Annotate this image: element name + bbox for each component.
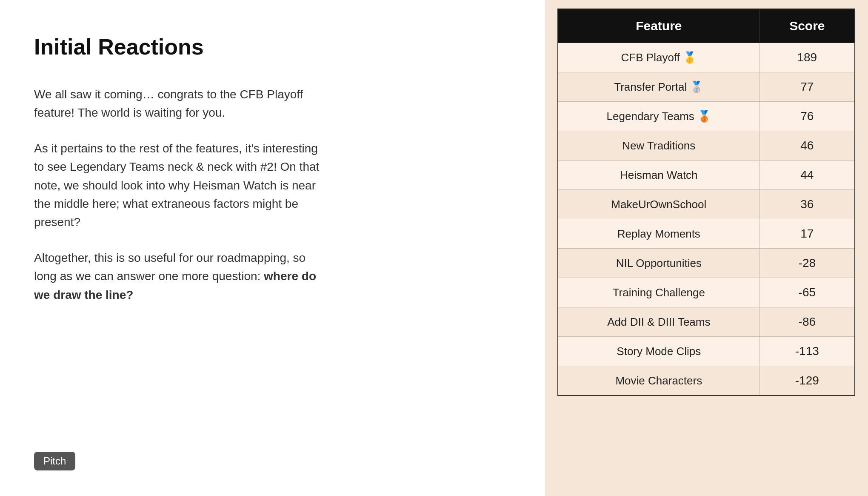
table-row: NIL Opportunities-28 <box>558 249 855 278</box>
score-cell: 36 <box>760 190 855 219</box>
table-row: Add DII & DIII Teams-86 <box>558 307 855 337</box>
pitch-badge[interactable]: Pitch <box>34 452 75 470</box>
page-title: Initial Reactions <box>34 34 515 60</box>
score-cell: -86 <box>760 307 855 337</box>
col-feature-header: Feature <box>558 9 760 43</box>
body-paragraph-1: We all saw it coming… congrats to the CF… <box>34 85 323 122</box>
table-row: Training Challenge-65 <box>558 278 855 307</box>
table-row: Legendary Teams 🥉76 <box>558 102 855 131</box>
col-score-header: Score <box>760 9 855 43</box>
left-panel-inner: Initial Reactions We all saw it coming… … <box>34 26 515 470</box>
right-panel: Feature Score CFB Playoff 🥇189Transfer P… <box>545 0 868 496</box>
feature-cell: CFB Playoff 🥇 <box>558 43 760 72</box>
feature-cell: Transfer Portal 🥈 <box>558 72 760 102</box>
score-cell: 189 <box>760 43 855 72</box>
feature-cell: Add DII & DIII Teams <box>558 307 760 337</box>
score-cell: -28 <box>760 249 855 278</box>
table-row: Replay Moments17 <box>558 219 855 249</box>
feature-cell: MakeUrOwnSchool <box>558 190 760 219</box>
score-cell: -65 <box>760 278 855 307</box>
feature-cell: Story Mode Clips <box>558 337 760 366</box>
score-table: Feature Score CFB Playoff 🥇189Transfer P… <box>557 9 855 396</box>
feature-cell: NIL Opportunities <box>558 249 760 278</box>
table-body: CFB Playoff 🥇189Transfer Portal 🥈77Legen… <box>558 43 855 396</box>
score-cell: 44 <box>760 161 855 190</box>
score-cell: -129 <box>760 366 855 396</box>
body-paragraph-2: As it pertains to the rest of the featur… <box>34 139 323 232</box>
table-header: Feature Score <box>558 9 855 43</box>
table-row: MakeUrOwnSchool36 <box>558 190 855 219</box>
table-row: Heisman Watch44 <box>558 161 855 190</box>
left-panel: Initial Reactions We all saw it coming… … <box>0 0 545 496</box>
page-wrapper: Initial Reactions We all saw it coming… … <box>0 0 868 496</box>
table-row: New Traditions46 <box>558 131 855 161</box>
table-row: Transfer Portal 🥈77 <box>558 72 855 102</box>
score-cell: 77 <box>760 72 855 102</box>
table-row: Movie Characters-129 <box>558 366 855 396</box>
score-cell: -113 <box>760 337 855 366</box>
table-row: CFB Playoff 🥇189 <box>558 43 855 72</box>
score-cell: 17 <box>760 219 855 249</box>
table-row: Story Mode Clips-113 <box>558 337 855 366</box>
score-cell: 76 <box>760 102 855 131</box>
body-paragraph-3: Altogether, this is so useful for our ro… <box>34 249 323 304</box>
feature-cell: Replay Moments <box>558 219 760 249</box>
feature-cell: Training Challenge <box>558 278 760 307</box>
feature-cell: Legendary Teams 🥉 <box>558 102 760 131</box>
feature-cell: Movie Characters <box>558 366 760 396</box>
table-header-row: Feature Score <box>558 9 855 43</box>
feature-cell: New Traditions <box>558 131 760 161</box>
score-cell: 46 <box>760 131 855 161</box>
feature-cell: Heisman Watch <box>558 161 760 190</box>
